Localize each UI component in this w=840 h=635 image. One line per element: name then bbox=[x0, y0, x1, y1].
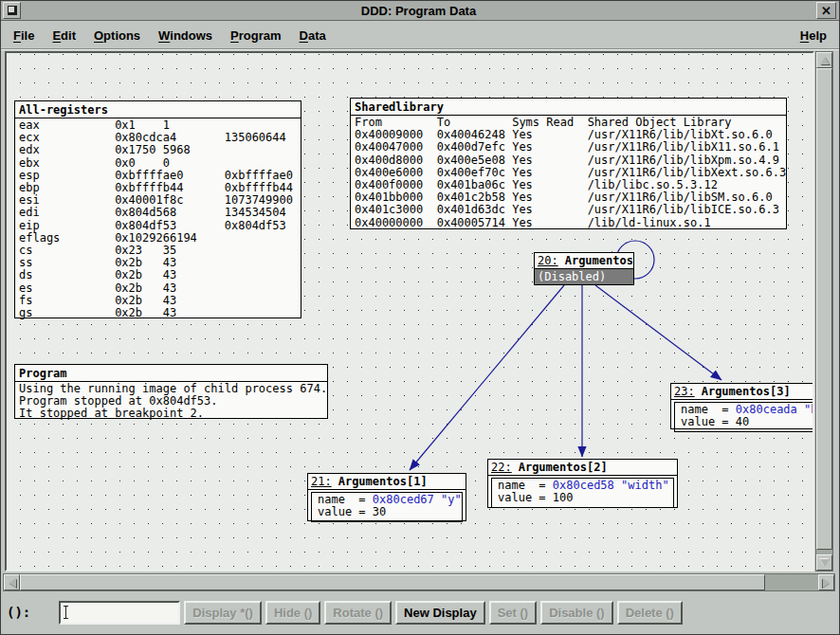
display-node-22-title[interactable]: 22:Argumentos[2] bbox=[488, 460, 677, 476]
display-name: Argumentos[1] bbox=[338, 475, 428, 488]
member-value: 40 bbox=[736, 415, 749, 428]
register-row: es 0x2b 43 bbox=[19, 282, 301, 295]
window-menu-button[interactable] bbox=[3, 2, 21, 19]
register-row: edx 0x1750 5968 bbox=[19, 144, 301, 156]
display-name: Argumentos[2] bbox=[519, 461, 608, 474]
horizontal-scrollbar[interactable] bbox=[3, 573, 835, 591]
window-title: DDD: Program Data bbox=[21, 4, 816, 18]
display-node-20-title[interactable]: 20:Argumentos bbox=[535, 253, 633, 269]
scroll-up-button[interactable] bbox=[816, 52, 832, 68]
sharedlibrary-row: 0x40000000 0x40005714 Yes /lib/ld-linux.… bbox=[355, 217, 786, 229]
scroll-left-button[interactable] bbox=[4, 574, 20, 590]
sharedlibrary-box[interactable]: Sharedlibrary From To Syms Read Shared O… bbox=[350, 98, 787, 229]
edge-20-21 bbox=[410, 285, 564, 470]
display-number-link[interactable]: 23: bbox=[674, 385, 695, 398]
argument-prompt: (): bbox=[7, 605, 30, 620]
register-row: eip 0x804df53 0x804df53 bbox=[19, 220, 301, 232]
sharedlibrary-row: 0x401c3000 0x401d63dc Yes /usr/X11R6/lib… bbox=[355, 204, 786, 216]
menubar: File Edit Options Windows Program Data H… bbox=[1, 22, 839, 49]
menu-options[interactable]: Options bbox=[94, 28, 140, 43]
edge-20-23 bbox=[595, 285, 721, 380]
member-value-pointer[interactable]: 0x80ced58 "width" bbox=[553, 479, 669, 492]
titlebar[interactable]: DDD: Program Data ✕ bbox=[1, 1, 839, 21]
display-node-21-title[interactable]: 21:Argumentos[1] bbox=[308, 474, 466, 490]
display-number-link[interactable]: 20: bbox=[538, 254, 558, 267]
display-number-link[interactable]: 22: bbox=[491, 461, 512, 474]
close-button[interactable]: ✕ bbox=[816, 2, 836, 19]
menu-help[interactable]: Help bbox=[800, 28, 827, 43]
delete-button[interactable]: Delete () bbox=[617, 601, 683, 625]
ddd-program-data-window: DDD: Program Data ✕ File Edit Options Wi… bbox=[0, 0, 840, 635]
display-number-link[interactable]: 21: bbox=[311, 475, 332, 488]
right-arrow-icon bbox=[823, 578, 831, 588]
display-node-22[interactable]: 22:Argumentos[2] name = 0x80ced58 "width… bbox=[487, 459, 678, 508]
up-arrow-icon bbox=[820, 57, 830, 64]
register-row: ds 0x2b 43 bbox=[19, 269, 301, 281]
registers-rows: eax 0x1 1ecx 0x80cdca4 135060644edx 0x17… bbox=[15, 118, 301, 319]
member-label: value = bbox=[681, 415, 736, 428]
vertical-scroll-thumb[interactable] bbox=[816, 68, 832, 550]
display-node-22-members[interactable]: name = 0x80ced58 "width"value = 100 bbox=[491, 478, 674, 508]
argument-input[interactable] bbox=[59, 601, 180, 625]
menu-file[interactable]: File bbox=[13, 28, 34, 43]
member-label: name = bbox=[318, 493, 373, 506]
program-lines: Using the running image of child process… bbox=[15, 382, 327, 421]
program-title: Program bbox=[15, 365, 327, 382]
member-value: 100 bbox=[553, 491, 574, 504]
program-status-line: It stopped at breakpoint 2. bbox=[19, 408, 327, 420]
left-arrow-icon bbox=[9, 578, 16, 588]
scroll-down-button[interactable] bbox=[816, 554, 832, 571]
member-value-pointer[interactable]: 0x80ced67 "y" bbox=[373, 493, 462, 506]
register-row: edi 0x804d568 134534504 bbox=[19, 207, 301, 219]
rotate-button[interactable]: Rotate () bbox=[324, 601, 392, 625]
scroll-right-button[interactable] bbox=[818, 574, 834, 590]
data-display-canvas[interactable]: All-registers eax 0x1 1ecx 0x80cdca4 135… bbox=[5, 51, 814, 572]
display-node-21[interactable]: 21:Argumentos[1] name = 0x80ced67 "y"val… bbox=[307, 473, 466, 521]
display-name: Argumentos bbox=[565, 254, 633, 267]
menu-edit[interactable]: Edit bbox=[52, 28, 76, 43]
disable-button[interactable]: Disable () bbox=[540, 601, 613, 625]
horizontal-scroll-thumb[interactable] bbox=[20, 574, 765, 590]
all-registers-box[interactable]: All-registers eax 0x1 1ecx 0x80cdca4 135… bbox=[14, 100, 301, 318]
member-label: value = bbox=[498, 491, 553, 504]
menu-data[interactable]: Data bbox=[300, 28, 326, 43]
register-row: gs 0x2b 43 bbox=[19, 307, 301, 319]
sharedlibrary-title: Sharedlibrary bbox=[351, 99, 786, 116]
all-registers-title: All-registers bbox=[15, 101, 301, 118]
new-display-button[interactable]: New Display bbox=[395, 601, 485, 625]
display-name: Argumentos[3] bbox=[702, 385, 791, 398]
vertical-scrollbar[interactable] bbox=[815, 51, 833, 572]
menu-program[interactable]: Program bbox=[230, 28, 281, 43]
display-node-20[interactable]: 20:Argumentos (Disabled) bbox=[534, 252, 634, 285]
argument-toolbar: (): Display *() Hide () Rotate () New Di… bbox=[1, 595, 839, 629]
menu-windows[interactable]: Windows bbox=[158, 28, 212, 43]
display-button[interactable]: Display *() bbox=[184, 601, 262, 625]
down-arrow-icon bbox=[820, 559, 830, 567]
hide-button[interactable]: Hide () bbox=[265, 601, 320, 625]
text-cursor bbox=[65, 606, 66, 619]
member-value-pointer[interactable]: 0x80ceada "h bbox=[736, 403, 814, 416]
sharedlibrary-row: 0x400d8000 0x400e5e08 Yes /usr/X11R6/lib… bbox=[355, 154, 786, 167]
program-box[interactable]: Program Using the running image of child… bbox=[14, 364, 328, 419]
set-button[interactable]: Set () bbox=[489, 601, 538, 625]
register-row: ebx 0x0 0 bbox=[19, 157, 301, 170]
display-node-23[interactable]: 23:Argumentos[3] name = 0x80ceada "hvalu… bbox=[670, 383, 814, 429]
display-node-23-members[interactable]: name = 0x80ceada "hvalue = 40 bbox=[674, 402, 814, 432]
sharedlibrary-rows: From To Syms Read Shared Object Library0… bbox=[351, 116, 786, 229]
display-node-21-members[interactable]: name = 0x80ced67 "y"value = 30 bbox=[311, 492, 463, 522]
member-label: value = bbox=[318, 505, 373, 518]
display-node-23-title[interactable]: 23:Argumentos[3] bbox=[671, 384, 814, 400]
member-label: name = bbox=[498, 479, 553, 492]
member-label: name = bbox=[681, 403, 736, 416]
sharedlibrary-row: 0x40047000 0x400d7efc Yes /usr/X11R6/lib… bbox=[355, 141, 786, 154]
member-value: 30 bbox=[373, 505, 386, 518]
window-icon bbox=[8, 6, 17, 15]
display-node-20-status: (Disabled) bbox=[535, 269, 633, 284]
